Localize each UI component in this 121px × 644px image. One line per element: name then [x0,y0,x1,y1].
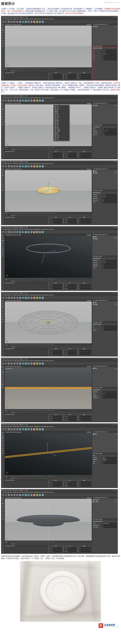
coordinate-field[interactable]: Z0 cm [49,156,62,158]
menu-item[interactable]: 地形 [54,132,69,133]
attribute-row[interactable]: 内部半径0 cm [92,194,118,196]
menu-bar[interactable]: 文件 编辑 创建 选择 工具 网格 捕捉 动画 模拟 渲染 雕刻 运动跟踪 运动… [1,294,118,296]
attribute-row[interactable]: 旋转分段36 [92,265,118,267]
environment-icon[interactable]: ▤ [42,20,44,23]
selected-edge-band[interactable] [5,387,92,389]
axis-mode-icon[interactable]: ✛ [2,318,4,320]
light-icon[interactable]: ✸ [36,296,38,299]
subdivision-icon[interactable]: ◍ [30,100,33,102]
undo-icon[interactable]: ↶ [2,100,4,102]
timeline[interactable]: 0 5 10 15 20 25 30 35 40 45 50 55 60 65 … [4,146,92,148]
spline-pen-icon[interactable]: ✎ [27,165,30,168]
coordinate-field[interactable]: Y0 cm [49,220,62,222]
menu-item[interactable]: 花瓣 [54,137,69,138]
coordinate-field[interactable]: H0 ° [78,350,91,352]
workplane-icon[interactable]: ▭ [2,242,4,244]
record-icon[interactable]: ● [17,70,17,72]
menu-item[interactable]: 平面 [54,114,69,116]
coordinate-field[interactable]: X200 cm [63,481,77,483]
frame-field[interactable]: 90 F [5,543,9,545]
record-icon[interactable]: ● [17,411,17,414]
play-icon[interactable]: ▶ [13,346,14,348]
next-key-icon[interactable]: › [14,346,15,348]
subdivision-icon[interactable]: ◍ [30,362,33,365]
coordinate-field[interactable]: Y0 cm [49,154,62,156]
points-mode-icon[interactable]: ∴ [2,508,4,510]
make-editable-icon[interactable]: ⇄ [2,169,4,171]
environment-icon[interactable]: ▤ [42,165,44,168]
viewport-solo-icon[interactable]: ◎ [2,44,4,47]
frame-field[interactable]: 90 F [5,346,9,348]
environment-icon[interactable]: ▤ [42,296,44,299]
cube-icon[interactable]: ▣ [25,100,27,102]
polygons-mode-icon[interactable]: △ [2,513,4,515]
plate-profile[interactable] [17,515,80,526]
coord-system-icon[interactable]: ⊕ [16,362,18,365]
viewport-front[interactable]: 查看 摄像机 显示 选项 过滤 面板透视视图 [5,497,92,541]
material-manager[interactable]: 创建 编辑 功能 纹理 [4,282,48,291]
camera-icon[interactable]: ◉ [39,296,41,299]
render-settings-icon[interactable]: ⚙ [22,428,24,430]
coordinate-field[interactable]: P0 ° [78,417,91,419]
polygons-mode-icon[interactable]: △ [2,184,4,186]
environment-icon[interactable]: ▤ [42,100,44,102]
move-icon[interactable]: ✥ [8,428,10,430]
coordinate-field[interactable]: Y0 cm [49,549,62,550]
viewport-perspective[interactable]: 查看 摄像机 显示 选项 过滤 面板透视视图 [5,431,92,475]
go-start-icon[interactable]: « [10,346,11,348]
coordinate-field[interactable]: B0 ° [78,288,91,290]
go-end-icon[interactable]: » [15,477,16,479]
material-manager[interactable]: 创建 编辑 功能 纹理 [4,480,48,488]
light-icon[interactable]: ✸ [36,165,38,168]
coordinate-field[interactable]: X200 cm [63,74,77,76]
mograph-icon[interactable]: ◧ [33,362,35,365]
attribute-row[interactable]: 细分2 [92,462,118,464]
undo-icon[interactable]: ↶ [2,231,4,233]
rotate-icon[interactable]: ⟳ [13,428,16,430]
object-manager-menu[interactable]: 文件 编辑 查看 对象 标签 书签 [92,24,118,25]
axis-mode-icon[interactable]: ✛ [2,515,4,518]
scale-icon[interactable]: ◱ [10,100,13,102]
model-mode-icon[interactable]: ◻ [2,434,4,436]
coordinate-field[interactable]: H0 ° [78,416,91,417]
rotate-icon[interactable]: ⟳ [13,362,16,365]
coordinate-field[interactable]: Y0 cm [63,417,77,419]
attribute-row[interactable]: 连接切口✓ [92,395,118,396]
next-key-icon[interactable]: › [14,411,15,414]
window-controls[interactable]: — ❐ ✕ [112,358,117,360]
frame-field[interactable]: 90 F [5,412,9,413]
redo-icon[interactable]: ↷ [5,165,7,168]
menu-item[interactable]: 多边形 [54,116,69,118]
viewport-solo-icon[interactable]: ◎ [2,255,4,257]
coord-system-icon[interactable]: ⊕ [16,296,18,299]
coordinate-field[interactable]: Y0 cm [63,483,77,485]
material-menu[interactable]: 创建 编辑 功能 纹理 [4,545,48,547]
object-camera[interactable]: 摄像机 [92,238,118,240]
move-icon[interactable]: ✥ [8,20,10,23]
material-manager[interactable]: 创建 编辑 功能 纹理 [4,151,48,159]
coordinate-field[interactable]: P0 ° [78,76,91,77]
model-mode-icon[interactable]: ◻ [2,27,4,29]
coordinate-field[interactable]: Y0 cm [63,220,77,222]
frame-field[interactable]: 90 F [5,280,9,282]
redo-icon[interactable]: ↷ [5,296,7,299]
menu-item[interactable]: 胶囊 [54,121,69,123]
redo-icon[interactable]: ↷ [5,428,7,430]
prev-key-icon[interactable]: ‹ [12,70,12,72]
points-mode-icon[interactable]: ∴ [2,179,4,181]
spline-pen-icon[interactable]: ✎ [27,296,30,299]
coordinate-field[interactable]: Z0 cm [49,288,62,290]
menu-bar[interactable]: 文件 编辑 创建 选择 工具 网格 捕捉 动画 模拟 渲染 雕刻 运动跟踪 运动… [1,18,118,20]
texture-mode-icon[interactable]: ▨ [2,240,4,242]
cube-icon[interactable]: ▣ [25,20,27,23]
timeline[interactable]: 0 5 10 15 20 25 30 35 40 45 50 55 60 65 … [4,344,92,346]
coordinate-field[interactable]: H0 ° [78,481,91,483]
attribute-row[interactable]: R.B0 ° [92,58,118,60]
attribute-row[interactable]: 偏移50 % [92,393,118,395]
material-manager[interactable]: 创建 编辑 功能 纹理 [4,72,48,80]
menu-item[interactable]: 立方体 [54,107,69,109]
points-mode-icon[interactable]: ∴ [2,244,4,247]
coordinate-field[interactable]: Y0 cm [63,286,77,288]
timeline[interactable]: 0 5 10 15 20 25 30 35 40 45 50 55 60 65 … [4,475,92,477]
model-mode-icon[interactable]: ◻ [2,500,4,502]
